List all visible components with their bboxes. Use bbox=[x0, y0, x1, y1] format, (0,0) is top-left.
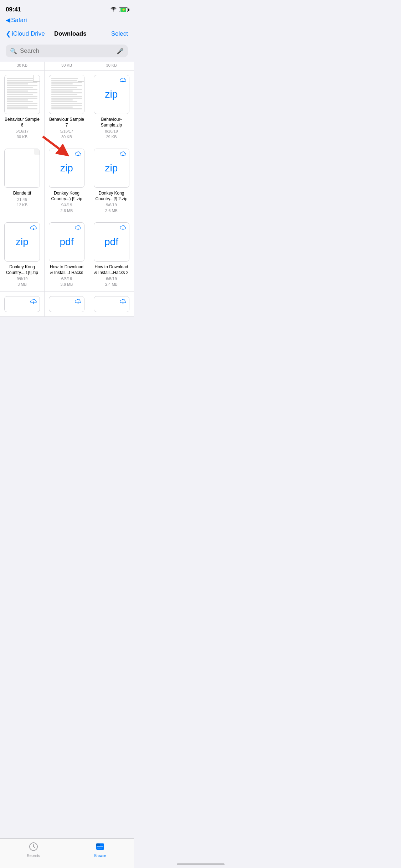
nav-back-label: iCloud Drive bbox=[12, 30, 45, 37]
file-name: How to Download & Install...Hacks 2 bbox=[94, 264, 129, 275]
file-thumbnail bbox=[4, 149, 40, 188]
file-name: Behaviour-Sample.zip bbox=[94, 117, 129, 128]
file-name: Donkey Kong Country....1[!].zip bbox=[4, 264, 40, 275]
file-item-donkey-kong-3[interactable]: zip Donkey Kong Country....1[!].zip 9/6/… bbox=[0, 218, 45, 292]
cloud-download-icon bbox=[30, 225, 37, 232]
file-meta: 9/6/192.6 MB bbox=[105, 202, 118, 213]
file-item-behaviour-sample-7[interactable]: Behaviour Sample 7 5/16/1730 KB bbox=[45, 71, 89, 144]
file-item-donkey-kong-1[interactable]: zip Donkey Kong Country...) [!].zip 9/4/… bbox=[45, 144, 89, 218]
file-meta: 6/5/193.6 MB bbox=[61, 276, 73, 287]
file-meta: 5/16/1730 KB bbox=[16, 129, 29, 140]
file-thumbnail: zip bbox=[49, 149, 84, 188]
file-meta: 21:4512 KB bbox=[17, 197, 27, 208]
file-item-behaviour-sample-zip[interactable]: zip Behaviour-Sample.zip 8/18/1929 KB bbox=[89, 71, 134, 144]
search-container: 🔍 🎤 bbox=[0, 42, 134, 62]
file-item-how-to-download-2[interactable]: pdf How to Download & Install...Hacks 2 … bbox=[89, 218, 134, 292]
cloud-download-icon bbox=[120, 151, 126, 158]
file-name: Donkey Kong Country...[!] 2.zip bbox=[94, 191, 129, 202]
status-bar: 09:41 ⚡ bbox=[0, 0, 134, 16]
file-name: How to Download & Install...t Hacks bbox=[49, 264, 84, 275]
file-name: Behaviour Sample 6 bbox=[4, 117, 40, 128]
status-time: 09:41 bbox=[6, 6, 21, 13]
search-icon: 🔍 bbox=[10, 48, 17, 55]
partial-size-1: 30 KB bbox=[0, 62, 45, 70]
file-item-partial-1[interactable] bbox=[0, 292, 45, 317]
file-name: Donkey Kong Country...) [!].zip bbox=[49, 191, 84, 202]
file-type-zip: zip bbox=[60, 162, 73, 174]
file-thumbnail bbox=[4, 75, 40, 114]
cloud-download-icon bbox=[75, 151, 81, 158]
file-type-pdf: pdf bbox=[60, 236, 74, 248]
cloud-download-icon bbox=[75, 225, 81, 232]
battery-icon: ⚡ bbox=[119, 7, 128, 12]
file-meta: 9/4/192.6 MB bbox=[61, 202, 73, 213]
cloud-download-icon bbox=[120, 225, 126, 232]
file-thumbnail: zip bbox=[4, 222, 40, 262]
nav-back-button[interactable]: ❮ iCloud Drive bbox=[6, 30, 45, 38]
back-safari-label[interactable]: ◀ Safari bbox=[6, 16, 128, 24]
file-thumbnail: pdf bbox=[94, 222, 129, 262]
file-item-how-to-download-1[interactable]: pdf How to Download & Install...t Hacks … bbox=[45, 218, 89, 292]
file-thumbnail: pdf bbox=[49, 222, 84, 262]
file-meta: 6/5/192.4 MB bbox=[105, 276, 118, 287]
file-meta: 8/18/1929 KB bbox=[105, 129, 118, 140]
nav-chevron-icon: ❮ bbox=[6, 30, 11, 38]
page-title: Downloads bbox=[45, 30, 96, 37]
file-type-zip: zip bbox=[16, 236, 29, 248]
file-thumbnail bbox=[49, 75, 84, 114]
back-nav: ◀ Safari bbox=[0, 16, 134, 26]
file-type-pdf: pdf bbox=[104, 236, 118, 248]
partial-size-2: 30 KB bbox=[45, 62, 89, 70]
files-wrapper: 30 KB 30 KB 30 KB bbox=[0, 62, 134, 317]
file-item-blonde-ttf[interactable]: Blonde.ttf 21:4512 KB bbox=[0, 144, 45, 218]
file-meta: 9/6/193 MB bbox=[17, 276, 28, 287]
status-icons: ⚡ bbox=[110, 7, 128, 12]
file-item-partial-2[interactable] bbox=[45, 292, 89, 317]
cloud-download-icon bbox=[120, 77, 126, 84]
file-name: Behaviour Sample 7 bbox=[49, 117, 84, 128]
wifi-icon bbox=[110, 7, 117, 12]
partial-top-row: 30 KB 30 KB 30 KB bbox=[0, 62, 134, 71]
file-type-zip: zip bbox=[105, 89, 118, 100]
microphone-icon[interactable]: 🎤 bbox=[117, 48, 124, 55]
file-item-behaviour-sample-6[interactable]: Behaviour Sample 6 5/16/1730 KB bbox=[0, 71, 45, 144]
file-type-zip: zip bbox=[105, 162, 118, 174]
file-thumbnail: zip bbox=[94, 149, 129, 188]
nav-bar: ❮ iCloud Drive Downloads Select bbox=[0, 26, 134, 42]
svg-point-0 bbox=[113, 11, 114, 12]
partial-size-3: 30 KB bbox=[89, 62, 134, 70]
file-name: Blonde.ttf bbox=[13, 191, 31, 196]
select-button[interactable]: Select bbox=[96, 30, 128, 37]
search-input[interactable] bbox=[20, 47, 114, 55]
file-meta: 5/16/1730 KB bbox=[60, 129, 73, 140]
files-grid: Behaviour Sample 6 5/16/1730 KB Behaviou… bbox=[0, 71, 134, 317]
file-thumbnail: zip bbox=[94, 75, 129, 114]
file-item-donkey-kong-2[interactable]: zip Donkey Kong Country...[!] 2.zip 9/6/… bbox=[89, 144, 134, 218]
search-bar[interactable]: 🔍 🎤 bbox=[6, 45, 128, 57]
file-item-partial-3[interactable] bbox=[89, 292, 134, 317]
back-chevron-icon: ◀ bbox=[6, 16, 10, 24]
